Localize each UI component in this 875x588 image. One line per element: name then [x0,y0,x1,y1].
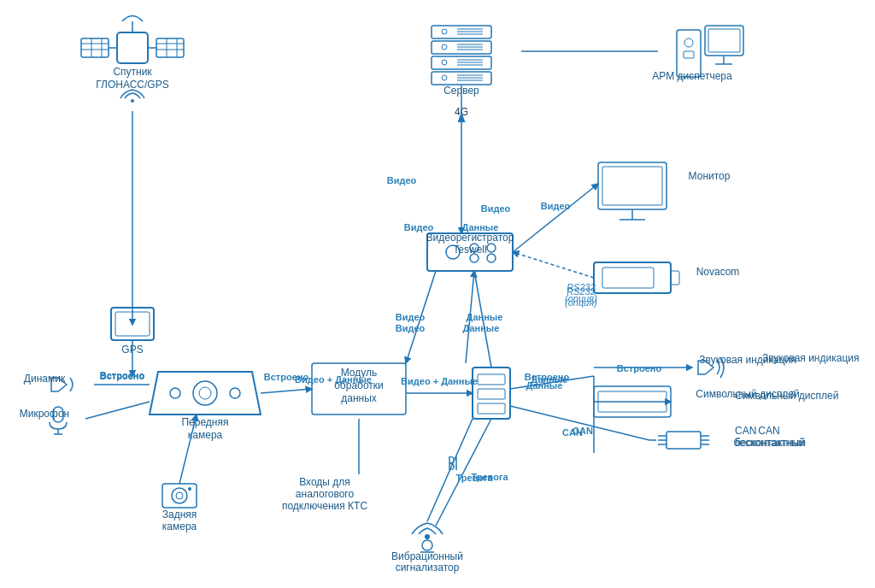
svg-point-73 [176,492,183,499]
svg-rect-64 [478,374,505,385]
video-datamodule-text: Видео [396,323,426,333]
main-unit [473,368,510,419]
data-datamodule-text: Данные [463,323,500,333]
rear-camera-label2: камера [162,520,197,532]
can-text: CAN [573,426,593,436]
svg-rect-45 [602,167,662,205]
data-server-label: Данные [462,222,499,232]
svg-rect-54 [594,262,671,293]
video-to-monitor-label: Видео [541,201,571,211]
svg-rect-39 [684,51,694,58]
alarm-text: Тревога [471,472,508,482]
front-camera-device [150,372,261,415]
svg-point-61 [230,388,240,398]
arm-label: АРМ диспетчера [652,70,732,82]
server-icon [432,26,491,85]
svg-point-75 [425,534,430,539]
video-down-label: Видео [396,312,426,322]
svg-marker-57 [150,372,261,415]
satellite-signal [120,90,144,103]
svg-point-18 [442,29,447,34]
svg-rect-81 [667,432,701,449]
svg-rect-5 [156,38,184,57]
video-data-label: Видео + Данные [401,376,478,386]
svg-point-52 [487,244,496,252]
satellite-label: Спутник [113,66,152,78]
rs232-option-text: (опция) [565,297,597,308]
svg-point-33 [442,75,447,80]
svg-point-53 [487,254,496,262]
analog-inputs-label3: подключения КТС [282,500,367,512]
rear-camera-label1: Задняя [162,509,197,520]
svg-point-58 [193,381,217,405]
front-camera-label1: Передняя [181,416,228,428]
satellite-label2: ГЛОНАСС/GPS [96,79,168,91]
svg-point-23 [442,44,447,50]
sound-label-text: Звуковая индикация [762,352,859,364]
rear-camera-icon [162,484,197,508]
speaker-label: Динамик [24,373,66,385]
monitor-icon [598,162,667,220]
camera-to-datamodule-line [261,389,312,393]
data-module-label3: данных [341,392,377,404]
svg-rect-65 [478,389,505,399]
vibration-icon [412,523,443,552]
can-contactless-icon [658,432,709,449]
svg-point-28 [442,60,447,65]
svg-point-74 [188,487,191,491]
svg-rect-66 [478,403,505,414]
microphone-label: Микрофон [20,408,69,420]
video-to-monitor-text: Видео [481,203,511,214]
analog-inputs-label1: Входы для [299,476,350,488]
svg-rect-0 [81,38,109,57]
arm-icon [677,26,743,77]
builtin-right-text: Встроено [617,363,662,373]
svg-point-14 [131,99,134,103]
svg-rect-10 [117,32,148,63]
svg-point-72 [172,488,187,503]
svg-rect-55 [602,268,654,288]
data-up-label: Данные [467,312,503,322]
can-label-text1: CAN [735,425,756,437]
svg-rect-63 [473,368,510,419]
video-server-label: Видео [404,222,434,232]
can-contactless-label1: CAN [758,425,779,437]
mic-to-camera-line [85,402,150,419]
monitor-label: Монитор [689,170,731,182]
videodata-text: Видео + Данные [295,374,372,385]
builtin-left-text: Встроено [100,371,145,381]
svg-rect-71 [162,484,197,508]
svg-rect-56 [671,271,679,285]
di-text: DI [449,455,458,465]
videoregistrator-label2: Teswell [453,244,486,256]
svg-rect-40 [705,26,743,56]
svg-rect-44 [598,162,667,209]
video-left-label: Видео [387,175,417,185]
svg-rect-41 [708,29,740,52]
can-label-text2: бесконтактный [735,437,806,449]
novacom-label: Novacom [696,266,740,278]
to-monitor-line [513,184,598,252]
symbol-display-text: Символьный дисплей [735,390,838,402]
videoregistrator-label1: Видеорегистратор [426,232,514,244]
rs232-line [513,252,594,278]
novacom-icon [594,262,679,293]
svg-point-38 [684,38,693,47]
svg-point-59 [199,387,211,399]
rs232-text: RS232 [567,286,596,297]
vibration-label1: Вибрационный [391,550,463,562]
satellite-icon [81,16,184,64]
vibration-label2: сигнализатор [396,562,460,573]
svg-point-76 [422,540,432,550]
svg-point-60 [170,388,180,398]
analog-inputs-label2: аналогового [296,488,355,500]
data-right-text: Данные [531,374,568,385]
